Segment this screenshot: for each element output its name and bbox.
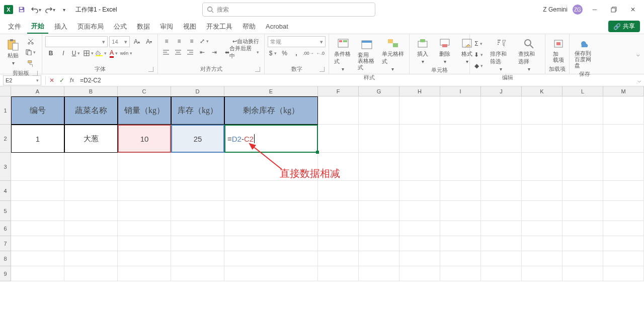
cell-J4[interactable]: [481, 181, 522, 201]
cell-F2[interactable]: [318, 125, 359, 153]
align-launcher-icon[interactable]: [255, 67, 260, 72]
close-button[interactable]: ✕: [626, 3, 640, 17]
header-cell-E1[interactable]: 剩余库存（kg）: [224, 96, 318, 125]
cell-E9[interactable]: [224, 266, 318, 281]
cell-C5[interactable]: [118, 201, 171, 221]
row-head-7[interactable]: 7: [0, 236, 11, 251]
cell-C6[interactable]: [118, 221, 171, 236]
cell-G4[interactable]: [359, 181, 399, 201]
cell-M6[interactable]: [603, 221, 644, 236]
font-size-combo[interactable]: 14▾: [109, 36, 130, 47]
cell-G6[interactable]: [359, 221, 399, 236]
cell-M7[interactable]: [603, 236, 644, 251]
accounting-icon[interactable]: $: [268, 48, 278, 58]
minimize-button[interactable]: ─: [588, 3, 602, 17]
row-head-6[interactable]: 6: [0, 221, 11, 236]
cell-K3[interactable]: [522, 153, 562, 181]
cell-J7[interactable]: [481, 236, 522, 251]
cell-E8[interactable]: [224, 251, 318, 266]
cell-A6[interactable]: [11, 221, 64, 236]
number-launcher-icon[interactable]: [319, 67, 325, 72]
phonetic-icon[interactable]: wén: [121, 48, 132, 58]
cell-I5[interactable]: [440, 201, 481, 221]
row-head-3[interactable]: 3: [0, 153, 11, 181]
cell-G5[interactable]: [359, 201, 399, 221]
cell-F7[interactable]: [318, 236, 359, 251]
cell-B9[interactable]: [64, 266, 118, 281]
cell-M5[interactable]: [603, 201, 644, 221]
row-head-4[interactable]: 4: [0, 181, 11, 201]
cell-B4[interactable]: [64, 181, 118, 201]
select-all-corner[interactable]: [0, 86, 11, 96]
cell-K8[interactable]: [522, 251, 562, 266]
cell-L3[interactable]: [562, 153, 603, 181]
cell-H4[interactable]: [399, 181, 440, 201]
borders-icon[interactable]: [83, 48, 94, 58]
cell-M9[interactable]: [603, 266, 644, 281]
user-name[interactable]: Z Gemini: [543, 6, 568, 13]
outdent-icon[interactable]: ⇤: [197, 47, 208, 57]
search-box[interactable]: 搜索: [202, 3, 375, 17]
cell-J8[interactable]: [481, 251, 522, 266]
paste-button[interactable]: 粘贴▾: [3, 38, 23, 67]
font-color-icon[interactable]: A: [108, 48, 119, 58]
shrink-font-icon[interactable]: A▾: [144, 37, 154, 47]
decrease-decimal-icon[interactable]: ←.0: [315, 48, 326, 58]
cell-B8[interactable]: [64, 251, 118, 266]
data-cell-C2[interactable]: 10: [118, 125, 171, 153]
cell-K2[interactable]: [522, 125, 562, 153]
cell-A7[interactable]: [11, 236, 64, 251]
increase-decimal-icon[interactable]: .00→: [303, 48, 314, 58]
tab-insert[interactable]: 插入: [50, 20, 71, 33]
cell-F8[interactable]: [318, 251, 359, 266]
clear-icon[interactable]: ◆: [473, 61, 484, 71]
tab-formula[interactable]: 公式: [110, 20, 131, 33]
cell-H1[interactable]: [399, 96, 440, 125]
cell-D9[interactable]: [171, 266, 224, 281]
cell-A5[interactable]: [11, 201, 64, 221]
merge-center-button[interactable]: ⬌ 合并后居中: [223, 47, 261, 57]
font-launcher-icon[interactable]: [148, 67, 153, 72]
cell-E4[interactable]: [224, 181, 318, 201]
cell-K4[interactable]: [522, 181, 562, 201]
cell-L6[interactable]: [562, 221, 603, 236]
cell-D8[interactable]: [171, 251, 224, 266]
cell-D4[interactable]: [171, 181, 224, 201]
fill-color-icon[interactable]: [96, 48, 107, 58]
cell-K5[interactable]: [522, 201, 562, 221]
cell-I4[interactable]: [440, 181, 481, 201]
cell-I9[interactable]: [440, 266, 481, 281]
cell-B5[interactable]: [64, 201, 118, 221]
cell-C3[interactable]: [118, 153, 171, 181]
cell-B3[interactable]: [64, 153, 118, 181]
cell-J3[interactable]: [481, 153, 522, 181]
cell-E7[interactable]: [224, 236, 318, 251]
tab-dev[interactable]: 开发工具: [202, 20, 236, 33]
clipboard-launcher-icon[interactable]: [33, 71, 38, 76]
cell-H7[interactable]: [399, 236, 440, 251]
cell-A3[interactable]: [11, 153, 64, 181]
cell-I2[interactable]: [440, 125, 481, 153]
expand-formula-bar-icon[interactable]: ⌵: [634, 77, 644, 84]
cell-H8[interactable]: [399, 251, 440, 266]
save-cloud-button[interactable]: 保存到 百度网盘: [573, 36, 597, 69]
cell-E5[interactable]: [224, 201, 318, 221]
cell-I6[interactable]: [440, 221, 481, 236]
save-icon[interactable]: [16, 4, 27, 15]
cell-K7[interactable]: [522, 236, 562, 251]
tab-layout[interactable]: 页面布局: [73, 20, 108, 33]
col-head-G[interactable]: G: [359, 86, 399, 96]
cell-D6[interactable]: [171, 221, 224, 236]
cell-A8[interactable]: [11, 251, 64, 266]
row-head-2[interactable]: 2: [0, 125, 11, 153]
tab-view[interactable]: 视图: [179, 20, 200, 33]
cell-K1[interactable]: [522, 96, 562, 125]
user-avatar[interactable]: ZG: [573, 5, 583, 15]
col-head-K[interactable]: K: [522, 86, 562, 96]
orientation-icon[interactable]: ⤢: [199, 36, 210, 46]
cell-F4[interactable]: [318, 181, 359, 201]
cell-L5[interactable]: [562, 201, 603, 221]
cell-I8[interactable]: [440, 251, 481, 266]
cell-E6[interactable]: [224, 221, 318, 236]
cell-H5[interactable]: [399, 201, 440, 221]
